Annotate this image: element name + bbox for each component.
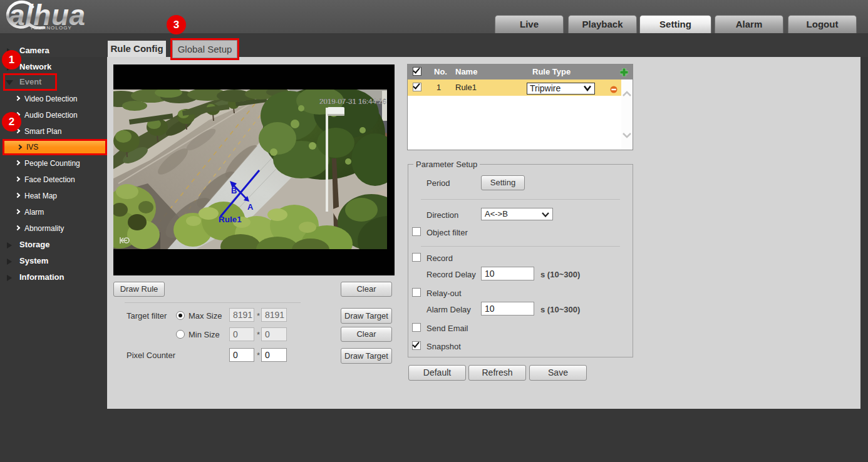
svg-text:A: A: [247, 202, 254, 212]
svg-text:2019-07-31 16:44:26: 2019-07-31 16:44:26: [319, 98, 386, 105]
svg-text:Rule1: Rule1: [219, 215, 242, 224]
svg-text:TECHNOLOGY: TECHNOLOGY: [30, 25, 72, 31]
svg-text:B: B: [231, 186, 237, 195]
